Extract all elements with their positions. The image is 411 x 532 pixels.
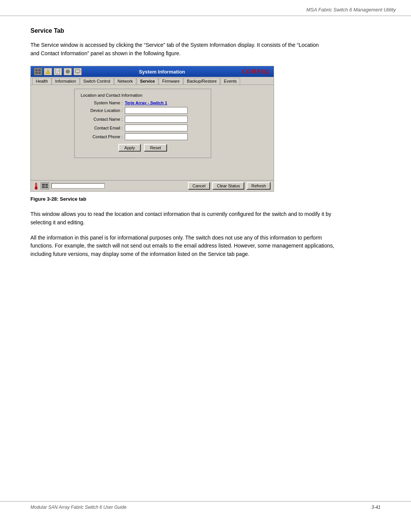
status-progress-bar — [51, 183, 105, 189]
app-icon-monitor — [73, 68, 82, 75]
svg-rect-2 — [35, 72, 38, 74]
label-device-location: Device Location : — [81, 108, 123, 113]
tab-network[interactable]: Network — [114, 78, 136, 85]
app-icon-document — [54, 68, 62, 75]
label-contact-phone: Contact Phone : — [81, 134, 123, 139]
tab-backup-restore[interactable]: Backup/Restore — [183, 78, 220, 85]
tab-switch-control[interactable]: Switch Control — [80, 78, 114, 85]
form-row-contact-name: Contact Name : — [81, 116, 205, 123]
svg-rect-0 — [35, 69, 38, 71]
system-name-value: Terje Array - Switch 1 — [125, 101, 167, 105]
form-row-system-name: System Name : Terje Array - Switch 1 — [81, 101, 205, 105]
tab-events[interactable]: Events — [220, 78, 240, 85]
screenshot-window: ! — [30, 66, 274, 192]
panel-title: Location and Contact Information — [81, 93, 205, 97]
tab-information[interactable]: Information — [52, 78, 80, 85]
label-contact-email: Contact Email : — [81, 126, 123, 130]
form-row-device-location: Device Location : — [81, 107, 205, 114]
svg-point-16 — [35, 187, 38, 190]
page-header: MSA Fabric Switch 6 Management Utility — [0, 0, 411, 16]
form-row-contact-phone: Contact Phone : — [81, 133, 205, 140]
compaq-logo: COMPAQ. — [242, 68, 271, 75]
window-title: System Information — [85, 69, 239, 75]
panel-area: Location and Contact Information System … — [31, 85, 274, 180]
tab-bar: Health Information Switch Control Networ… — [31, 77, 274, 85]
status-bar: Cancel Clear Status Refresh — [31, 180, 274, 191]
footer-right: 3-41 — [371, 505, 381, 510]
input-device-location[interactable] — [125, 107, 188, 114]
footer-left: Modular SAN Array Fabric Switch 6 User G… — [30, 505, 126, 510]
title-bar: ! — [31, 66, 274, 77]
thermometer-icon — [34, 182, 38, 190]
form-row-contact-email: Contact Email : — [81, 125, 205, 131]
app-icon-alert: ! — [44, 68, 52, 75]
status-grid-icon — [41, 182, 49, 189]
refresh-button[interactable]: Refresh — [247, 182, 271, 190]
figure-caption: Figure 3-28: Service tab — [30, 196, 381, 202]
tab-health[interactable]: Health — [32, 78, 51, 85]
app-icon-gear — [64, 68, 72, 75]
svg-rect-3 — [38, 72, 41, 74]
cancel-button[interactable]: Cancel — [188, 182, 210, 190]
label-contact-name: Contact Name : — [81, 117, 123, 121]
body-paragraph-2: All the information in this panel is for… — [30, 234, 342, 259]
title-bar-icons: ! — [34, 68, 82, 75]
input-contact-email[interactable] — [125, 125, 188, 131]
tab-service[interactable]: Service — [137, 78, 158, 85]
clear-status-button[interactable]: Clear Status — [212, 182, 245, 190]
section-title: Service Tab — [30, 27, 381, 34]
intro-text: The Service window is accessed by clicki… — [30, 41, 327, 58]
location-panel: Location and Contact Information System … — [74, 89, 211, 158]
svg-point-11 — [67, 71, 68, 72]
main-content: Service Tab The Service window is access… — [0, 16, 411, 281]
reset-button[interactable]: Reset — [144, 144, 167, 152]
input-contact-phone[interactable] — [125, 133, 188, 140]
action-buttons: Apply Reset — [81, 144, 205, 152]
body-paragraph-1: This window allows you to read the locat… — [30, 210, 342, 227]
header-title: MSA Fabric Switch 6 Management Utility — [306, 7, 396, 13]
apply-button[interactable]: Apply — [118, 144, 141, 152]
tab-firmware[interactable]: Firmware — [159, 78, 183, 85]
input-contact-name[interactable] — [125, 116, 188, 123]
svg-rect-12 — [75, 70, 80, 73]
svg-rect-17 — [36, 183, 37, 186]
page-footer: Modular SAN Array Fabric Switch 6 User G… — [0, 501, 411, 513]
svg-rect-1 — [38, 69, 41, 71]
app-icon-grid — [34, 68, 42, 75]
svg-text:!: ! — [48, 71, 48, 74]
label-system-name: System Name : — [81, 101, 123, 105]
